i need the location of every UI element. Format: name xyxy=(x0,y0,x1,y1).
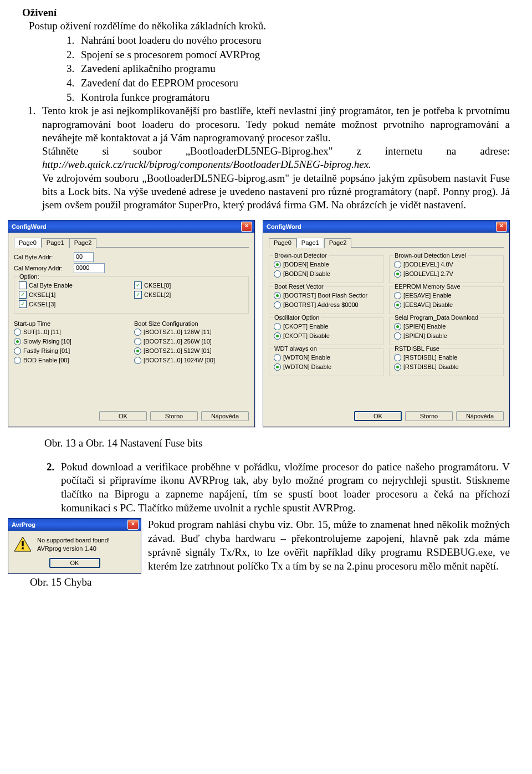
check-cksel2[interactable]: ✓CKSEL[2] xyxy=(134,291,244,299)
radio-option[interactable]: [SPIEN] Enable xyxy=(394,322,499,331)
check-cksel0[interactable]: ✓CKSEL[0] xyxy=(134,281,244,290)
help-button[interactable]: Nápověda xyxy=(201,411,249,421)
option-group: Option: Cal Byte Enable ✓CKSEL[1] ✓CKSEL… xyxy=(14,276,249,314)
tabstrip: Page0 Page1 Page2 xyxy=(14,237,249,248)
radio-option[interactable]: [RSTDISBL] Enable xyxy=(394,353,499,362)
body-para-2a: Stáhněte si soubor „BootloaderDL5NEG-Bip… xyxy=(42,145,510,157)
radio-option[interactable]: [EESAVE] Disable xyxy=(394,301,499,309)
title-text: AvrProg xyxy=(12,521,35,528)
radio-icon xyxy=(274,332,281,340)
cal-byte-label: Cal Byte Addr: xyxy=(14,254,69,260)
group-rstdisbl-fuse: RSTDISBL Fuse[RSTDISBL] Enable[RSTDISBL]… xyxy=(389,348,504,376)
radio-sut-10[interactable]: Slowly Rising [10] xyxy=(14,337,129,346)
step-num: 5. xyxy=(66,90,81,105)
radio-option[interactable]: [BODLEVEL] 2.7V xyxy=(394,270,499,278)
radio-option[interactable]: [BOOTRST] Address $0000 xyxy=(274,301,378,309)
tabstrip: Page0 Page1 Page2 xyxy=(269,237,504,248)
checkbox-icon: ✓ xyxy=(134,291,142,299)
radio-sut-00[interactable]: BOD Enable [00] xyxy=(14,356,129,365)
cal-mem-input[interactable]: 0000 xyxy=(74,263,105,273)
step-text: Kontrola funkce programátoru xyxy=(81,90,209,105)
avrprog-msg1: No supported board found! xyxy=(37,536,135,544)
checkbox-icon xyxy=(19,281,27,289)
group-wdt-always-on: WDT always on[WDTON] Enable[WDTON] Disab… xyxy=(269,348,383,376)
close-icon[interactable]: × xyxy=(241,222,252,232)
cal-byte-input[interactable]: 00 xyxy=(74,252,94,262)
avrprog-dialog: AvrProg × No supported board found! AVRp… xyxy=(8,518,141,574)
tab-page1[interactable]: Page1 xyxy=(42,238,69,248)
radio-boot-128[interactable]: [BOOTSZ1..0] 128W [11] xyxy=(134,328,249,336)
boot-label: Boot Size Configuration xyxy=(134,320,249,327)
step-text: Nahrání boot loaderu do nového procesoru xyxy=(81,33,262,48)
radio-icon xyxy=(274,292,281,299)
close-icon[interactable]: × xyxy=(127,520,139,530)
ok-button[interactable]: OK xyxy=(354,411,402,421)
step-num: 4. xyxy=(66,76,81,90)
title-text: ConfigWord xyxy=(267,223,301,230)
step-num: 1. xyxy=(66,33,81,48)
check-cksel1[interactable]: ✓CKSEL[1] xyxy=(19,291,129,299)
configword-dialog-page0: ConfigWord × Page0 Page1 Page2 Cal Byte … xyxy=(8,220,255,427)
radio-option[interactable]: [WDTON] Enable xyxy=(274,353,378,362)
radio-icon xyxy=(274,363,281,371)
step-text: Zavedení aplikačního programu xyxy=(81,61,216,76)
body-para-2: Stáhněte si soubor „BootloaderDL5NEG-Bip… xyxy=(42,145,510,172)
step-text: Spojení se s procesorem pomocí AVRProg xyxy=(81,48,260,62)
check-cksel3[interactable]: ✓CKSEL[3] xyxy=(19,300,129,309)
radio-icon xyxy=(274,354,281,361)
intro-text: Postup oživení rozdělíme do několika zák… xyxy=(29,20,510,32)
tab-page1[interactable]: Page1 xyxy=(296,238,324,248)
cancel-button[interactable]: Storno xyxy=(150,411,198,421)
avrprog-msg2: AVRprog version 1.40 xyxy=(37,545,135,552)
body-para-2b: http://web.quick.cz/ruckl/biprog/compone… xyxy=(42,158,371,170)
radio-option[interactable]: [BOOTRST] Boot Flash Sectior xyxy=(274,291,378,300)
radio-option[interactable]: [BODEN] Disable xyxy=(274,270,378,278)
group-legend: Boot Reset Vector xyxy=(273,283,325,290)
group-legend: WDT always on xyxy=(273,345,319,352)
checkbox-icon: ✓ xyxy=(134,281,142,289)
group-boot-reset-vector: Boot Reset Vector[BOOTRST] Boot Flash Se… xyxy=(269,286,383,314)
ok-button[interactable]: OK xyxy=(49,558,100,568)
radio-icon xyxy=(394,270,401,278)
radio-icon xyxy=(134,338,141,345)
radio-icon xyxy=(394,301,401,309)
steps-list: 1.Nahrání boot loaderu do nového proceso… xyxy=(66,33,510,104)
radio-icon xyxy=(274,270,281,278)
radio-option[interactable]: [BODEN] Enable xyxy=(274,260,378,269)
ok-button[interactable]: OK xyxy=(99,411,147,421)
step-text: Zavedení dat do EEPROM procesoru xyxy=(81,76,238,90)
radio-icon xyxy=(134,329,141,336)
tab-page2[interactable]: Page2 xyxy=(324,238,352,248)
check-cal-byte-enable[interactable]: Cal Byte Enable xyxy=(19,281,129,290)
radio-boot-1024[interactable]: [BOOTSZ1..0] 1024W [00] xyxy=(134,356,249,365)
close-icon[interactable]: × xyxy=(496,222,507,232)
group-legend: Brown-out Detection Level xyxy=(393,252,468,259)
help-button[interactable]: Nápověda xyxy=(456,411,504,421)
radio-option[interactable]: [EESAVE] Enable xyxy=(394,291,499,300)
titlebar[interactable]: AvrProg × xyxy=(8,519,141,531)
cancel-button[interactable]: Storno xyxy=(405,411,453,421)
tab-page0[interactable]: Page0 xyxy=(14,238,42,248)
figure-caption: Obr. 13 a Obr. 14 Nastavení Fuse bits xyxy=(44,437,510,449)
group-legend: EEPROM Memory Save xyxy=(393,283,462,290)
body-para-3: Ve zdrojovém souboru „BootloaderDL5NEG-b… xyxy=(42,172,510,212)
radio-option[interactable]: [BODLEVEL] 4.0V xyxy=(394,260,499,269)
tab-page0[interactable]: Page0 xyxy=(269,238,296,248)
tab-page2[interactable]: Page2 xyxy=(69,238,97,248)
radio-option[interactable]: [SPIEN] Disable xyxy=(394,332,499,340)
titlebar[interactable]: ConfigWord × xyxy=(8,221,254,233)
radio-option[interactable]: [RSTDISBL] Disable xyxy=(394,363,499,371)
group-eeprom-memory-save: EEPROM Memory Save[EESAVE] Enable[EESAVE… xyxy=(389,286,504,314)
radio-boot-256[interactable]: [BOOTSZ1..0] 256W [10] xyxy=(134,337,249,346)
radio-sut-11[interactable]: SUT[1..0] [11] xyxy=(14,328,129,336)
bottom-num: 2. xyxy=(47,460,61,515)
radio-option[interactable]: [WDTON] Disable xyxy=(274,363,378,371)
radio-option[interactable]: [CKOPT] Enable xyxy=(274,322,378,331)
radio-sut-01[interactable]: Fastly Rising [01] xyxy=(14,347,129,355)
startup-label: Start-up Time xyxy=(14,320,129,327)
radio-option[interactable]: [CKOPT] Disable xyxy=(274,332,378,340)
radio-boot-512[interactable]: [BOOTSZ1..0] 512W [01] xyxy=(134,347,249,355)
groups-grid: Brown-out Detector[BODEN] Enable[BODEN] … xyxy=(269,252,504,380)
titlebar[interactable]: ConfigWord × xyxy=(263,221,509,233)
radio-icon xyxy=(134,357,141,364)
